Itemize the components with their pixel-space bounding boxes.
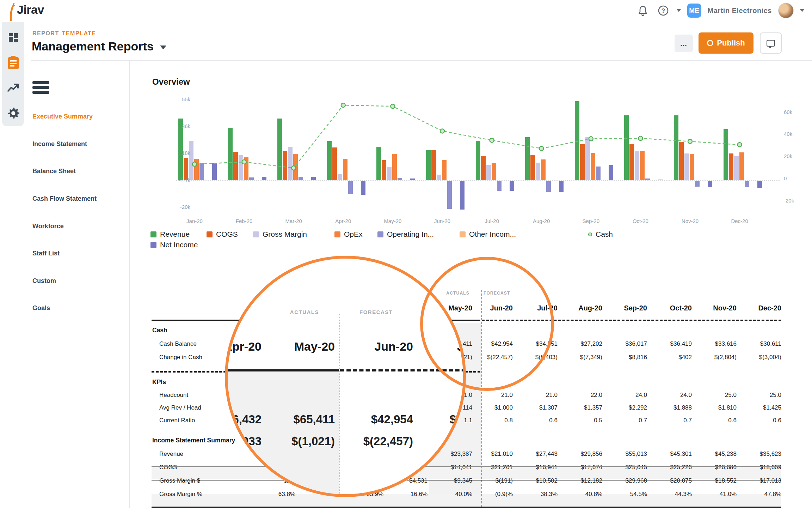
x-axis-label-apr-20: Apr-20 [324, 218, 363, 224]
bar-opex-oct-20 [640, 151, 645, 180]
sidebar-item-cash-flow-statement[interactable]: Cash Flow Statement [32, 195, 97, 202]
x-axis-label-aug-20: Aug-20 [522, 218, 561, 224]
legend-swatch-icon [334, 231, 340, 237]
left-axis-tick: -1.1k [166, 177, 190, 183]
cogs-rule [152, 480, 781, 480]
bar-gross-margin-mar-20 [288, 147, 293, 180]
dashboards-icon[interactable] [7, 32, 19, 44]
giraffe-logo-icon [6, 3, 16, 23]
bar-operating-in--may-20 [398, 178, 402, 180]
legend-label: COGS [216, 230, 238, 238]
left-axis-tick: -20k [166, 204, 190, 210]
bar-gross-margin-aug-20 [536, 163, 540, 180]
company-name: Martin Electronics [708, 7, 772, 15]
table-section-income-statement-summary: Income Statement Summary [152, 437, 235, 444]
sidebar-item-workforce[interactable]: Workforce [32, 223, 64, 230]
magnified-actuals-label: ACTUALS [285, 309, 319, 315]
plans-trend-icon[interactable] [7, 82, 19, 94]
sidebar-item-executive-summary[interactable]: Executive Summary [32, 113, 93, 120]
report-pages-menu-icon[interactable] [32, 81, 49, 96]
legend-swatch-icon [150, 242, 156, 248]
bar-revenue-mar-20 [277, 119, 282, 180]
bar-operating-in--jan-20 [199, 163, 204, 180]
table-row-label: Headcount [159, 392, 188, 399]
bar-revenue-may-20 [376, 147, 381, 180]
bar-operating-in--nov-20 [695, 181, 700, 187]
publish-button[interactable]: Publish [699, 32, 753, 54]
table-cell: 63.8% [242, 491, 295, 498]
legend-item-operating-in-[interactable]: Operating In... [377, 230, 434, 238]
bar-revenue-apr-20 [327, 141, 332, 180]
legend-item-cash[interactable]: Cash [588, 230, 613, 238]
bar-cogs-apr-20 [332, 147, 337, 180]
bar-gross-margin-feb-20 [239, 155, 243, 180]
more-actions-button[interactable]: ... [675, 35, 693, 52]
settings-gear-icon[interactable] [7, 107, 19, 119]
legend-swatch-icon [460, 231, 466, 237]
x-axis-label-mar-20: Mar-20 [274, 218, 313, 224]
bar-net-income-nov-20 [708, 181, 712, 187]
legend-item-revenue[interactable]: Revenue [150, 230, 190, 238]
table-row-label: COGS [159, 464, 177, 471]
bar-revenue-feb-20 [228, 128, 233, 180]
header-divider [31, 60, 812, 61]
x-axis-label-jan-20: Jan-20 [175, 218, 214, 224]
notifications-bell-icon[interactable] [636, 4, 650, 18]
help-icon[interactable]: ? [656, 4, 670, 18]
legend-item-net-income[interactable]: Net Income [150, 241, 198, 249]
bar-opex-feb-20 [244, 157, 248, 180]
table-row-label: Gross Margin % [159, 491, 202, 498]
sidebar-item-goals[interactable]: Goals [32, 304, 50, 312]
sidebar-item-balance-sheet[interactable]: Balance Sheet [32, 168, 76, 175]
sidebar-item-staff-list[interactable]: Staff List [32, 250, 60, 257]
help-caret-icon[interactable] [677, 9, 681, 12]
bar-operating-in--dec-20 [745, 181, 749, 187]
left-axis-tick: 55k [166, 96, 190, 102]
legend-label: OpEx [344, 230, 363, 238]
icon-rail [2, 22, 24, 126]
nav-divider [129, 60, 130, 508]
chart-title: Overview [152, 77, 190, 87]
magnified-cell: $(1,021) [250, 435, 335, 448]
right-axis-tick: 40k [784, 131, 792, 137]
bar-gross-margin-jan-20 [189, 141, 193, 180]
account-badge[interactable]: ME [687, 4, 701, 18]
reports-icon[interactable] [7, 56, 19, 68]
bar-gross-margin-nov-20 [684, 153, 689, 180]
bar-opex-nov-20 [690, 154, 694, 180]
magnified-cell: $65,411 [250, 413, 335, 426]
logo-text: Jirav [17, 3, 44, 17]
comments-button[interactable] [760, 32, 782, 54]
x-axis-label-jul-20: Jul-20 [473, 218, 511, 224]
report-kicker: REPORTTEMPLATE [32, 30, 96, 37]
bar-gross-margin-oct-20 [635, 151, 639, 180]
account-caret-icon[interactable] [800, 9, 804, 12]
jirav-logo[interactable]: Jirav [6, 3, 44, 23]
avatar[interactable] [778, 3, 794, 18]
legend-label: Gross Margin [263, 230, 307, 238]
legend-item-other-incom-[interactable]: Other Incom... [460, 230, 516, 238]
bar-cogs-sep-20 [580, 144, 585, 180]
table-row-label: Cash Balance [159, 340, 197, 347]
bar-opex-jan-20 [194, 159, 199, 180]
cash-marker-icon [588, 232, 592, 236]
table-cell: $35,623 [728, 450, 781, 458]
table-cell: $(3,004) [728, 354, 781, 361]
magnified-forecast-label: FORECAST [359, 309, 393, 315]
legend-swatch-icon [150, 231, 156, 237]
svg-text:?: ? [661, 7, 665, 14]
legend-item-opex[interactable]: OpEx [334, 230, 363, 238]
x-axis-label-jun-20: Jun-20 [423, 218, 462, 224]
sidebar-item-income-statement[interactable]: Income Statement [32, 140, 87, 148]
title-dropdown-caret-icon[interactable] [160, 46, 166, 49]
legend-label: Other Incom... [469, 230, 516, 238]
bar-opex-sep-20 [591, 153, 595, 180]
sidebar-item-custom[interactable]: Custom [32, 277, 56, 285]
bar-net-income-jul-20 [510, 181, 514, 191]
bar-net-income-oct-20 [658, 180, 663, 180]
magnified-month-may-20: May-20 [257, 340, 335, 353]
legend-item-gross-margin[interactable]: Gross Margin [253, 230, 307, 238]
bar-gross-margin-jul-20 [486, 165, 491, 180]
legend-label: Revenue [160, 230, 190, 238]
legend-item-cogs[interactable]: COGS [207, 230, 238, 238]
